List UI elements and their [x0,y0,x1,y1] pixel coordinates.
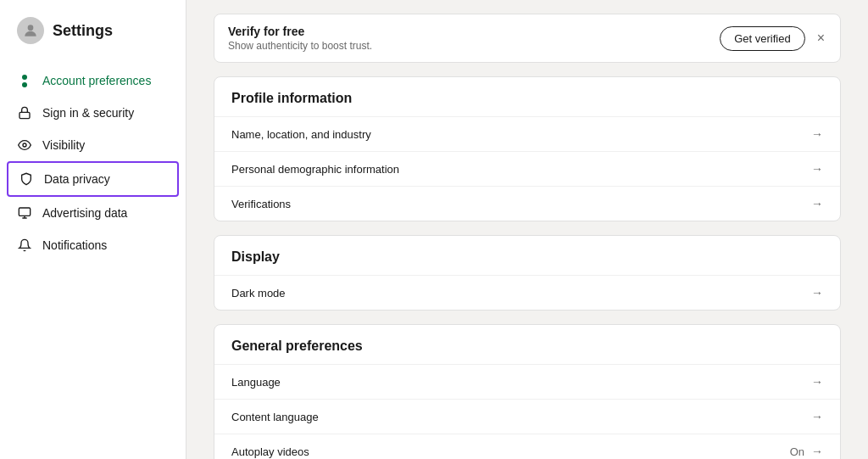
arrow-icon: → [811,410,823,423]
personal-demographic-right: → [811,162,823,176]
content-language-right: → [811,410,823,423]
arrow-icon: → [811,286,823,299]
dark-mode-label: Dark mode [231,287,286,299]
svg-rect-1 [19,112,30,118]
name-location-label: Name, location, and industry [231,128,371,141]
bell-icon [17,238,32,253]
personal-demographic-row[interactable]: Personal demographic information → [214,151,840,186]
svg-rect-3 [19,208,30,216]
language-row[interactable]: Language → [214,364,840,399]
language-label: Language [231,376,281,389]
sidebar-nav: Account preferences Sign in & security V… [0,64,186,261]
sidebar-item-label: Data privacy [44,172,110,186]
avatar [17,17,44,44]
lock-icon [17,105,32,120]
sidebar-item-sign-in-security[interactable]: Sign in & security [0,97,186,129]
name-location-right: → [811,127,823,141]
content-language-label: Content language [231,411,319,423]
get-verified-button[interactable]: Get verified [720,26,804,51]
verifications-right: → [811,197,823,210]
dark-mode-row[interactable]: Dark mode → [214,275,840,310]
arrow-icon: → [811,445,823,458]
verifications-row[interactable]: Verifications → [214,186,840,221]
arrow-icon: → [811,127,823,141]
profile-information-section: Profile information Name, location, and … [214,76,841,221]
name-location-row[interactable]: Name, location, and industry → [214,116,840,151]
shield-icon [19,171,34,187]
display-title: Display [214,236,840,275]
sidebar-header: Settings [0,17,186,64]
general-preferences-title: General preferences [214,325,840,364]
sidebar-item-visibility[interactable]: Visibility [0,129,186,161]
sidebar-item-notifications[interactable]: Notifications [0,229,186,261]
sidebar-item-label: Notifications [42,238,107,252]
sidebar-item-account-preferences[interactable]: Account preferences [0,64,186,97]
arrow-icon: → [811,375,823,389]
sidebar-item-label: Advertising data [42,206,127,220]
general-preferences-section: General preferences Language → Content l… [214,324,841,459]
autoplay-videos-right: On → [790,445,823,458]
dark-mode-right: → [811,286,823,299]
verify-banner-actions: Get verified × [720,26,826,51]
svg-point-2 [23,143,26,147]
sidebar-item-data-privacy[interactable]: Data privacy [7,161,179,197]
verify-subtitle: Show authenticity to boost trust. [228,40,372,52]
sidebar-item-label: Sign in & security [42,106,134,120]
sidebar-item-label: Visibility [42,138,85,152]
content-language-row[interactable]: Content language → [214,399,840,434]
verify-banner: Verify for free Show authenticity to boo… [214,14,841,63]
display-section: Display Dark mode → [214,235,841,311]
sidebar-title: Settings [53,22,113,40]
account-preferences-icon [17,73,32,88]
sidebar-item-label: Account preferences [42,74,151,87]
sidebar-item-advertising-data[interactable]: Advertising data [0,197,186,229]
close-banner-button[interactable]: × [815,29,826,48]
arrow-icon: → [811,197,823,210]
autoplay-videos-label: Autoplay videos [231,445,309,458]
personal-demographic-label: Personal demographic information [231,163,399,176]
autoplay-videos-value: On [790,445,804,458]
main-content: Verify for free Show authenticity to boo… [186,0,868,459]
svg-point-0 [28,25,34,31]
language-right: → [811,375,823,389]
eye-icon [17,137,32,153]
verify-banner-text: Verify for free Show authenticity to boo… [228,25,372,52]
profile-information-title: Profile information [214,77,840,116]
arrow-icon: → [811,162,823,176]
autoplay-videos-row[interactable]: Autoplay videos On → [214,434,840,459]
verifications-label: Verifications [231,198,291,210]
verify-title: Verify for free [228,25,372,38]
sidebar: Settings Account preferences Sign in & s… [0,0,186,459]
screen-icon [17,205,32,221]
